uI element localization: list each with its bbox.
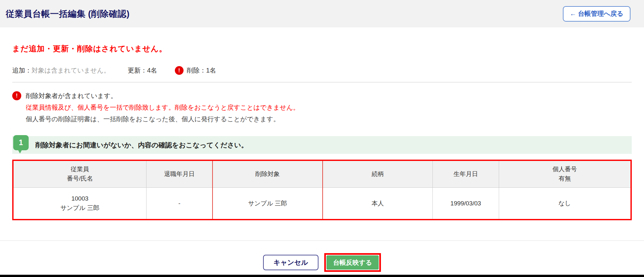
step-instruction: 削除対象者にお間違いがないか、内容の確認をおこなってください。 (35, 141, 248, 150)
employee-number: 10003 (15, 194, 145, 203)
step-number-badge: 1 (13, 135, 29, 150)
step-section: 1 削除対象者にお間違いがないか、内容の確認をおこなってください。 (12, 136, 632, 154)
alert-icon: ! (12, 91, 21, 100)
summary-update: 更新：4名 (128, 66, 157, 75)
cell-my-number: なし (499, 187, 631, 220)
status-notice: まだ追加・更新・削除はされていません。 (12, 44, 632, 54)
column-header-delete-target: 削除対象 (213, 160, 323, 187)
main-content: まだ追加・更新・削除はされていません。 追加： 対象は含まれていません。 更新：… (0, 27, 644, 220)
cancel-button[interactable]: キャンセル (263, 255, 318, 270)
summary-add-label: 追加： (12, 66, 32, 75)
page-header: 従業員台帳一括編集 (削除確認) ← 台帳管理へ戻る (0, 0, 644, 27)
warning-header: ! 削除対象者が含まれています。 (12, 91, 632, 101)
warning-title: 削除対象者が含まれています。 (26, 91, 117, 101)
warning-message-note: 個人番号の削除証明書は、一括削除をおこなった後、個人に発行することができます。 (26, 114, 632, 124)
table-row: 10003 サンプル 三郎 - サンプル 三郎 本人 1999/03/03 なし (13, 187, 631, 220)
column-header-employee-line2: 番号/氏名 (15, 174, 145, 183)
column-header-my-number: 個人番号 有無 (499, 160, 631, 187)
cell-employee: 10003 サンプル 三郎 (13, 187, 147, 220)
bottom-bar (0, 275, 644, 277)
cell-relationship: 本人 (323, 187, 433, 220)
employee-name: サンプル 三郎 (15, 203, 145, 213)
table-header-row: 従業員 番号/氏名 退職年月日 削除対象 続柄 生年月日 個人番号 有無 (13, 160, 631, 187)
cell-birth-date: 1999/03/03 (433, 187, 499, 220)
cell-retirement-date: - (147, 187, 213, 220)
apply-button-highlight: 台帳反映する (324, 253, 381, 272)
column-header-relationship: 続柄 (323, 160, 433, 187)
column-header-employee: 従業員 番号/氏名 (13, 160, 147, 187)
summary-add-value: 対象は含まれていません。 (32, 66, 110, 75)
column-header-birth-date-line1: 生年月日 (434, 170, 497, 179)
delete-confirm-table: 従業員 番号/氏名 退職年月日 削除対象 続柄 生年月日 個人番号 有無 (12, 160, 632, 220)
cell-delete-target: サンプル 三郎 (213, 187, 323, 220)
summary-update-label: 更新：4名 (128, 66, 157, 75)
warning-message-red: 従業員情報及び、個人番号を一括で削除致します。削除をおこなうと戻すことはできませ… (26, 103, 632, 112)
column-header-my-number-line1: 個人番号 (500, 165, 629, 174)
section-divider (12, 82, 632, 83)
action-bar: キャンセル 台帳反映する (0, 253, 644, 272)
summary-delete: ! 削除：1名 (175, 66, 216, 75)
column-header-my-number-line2: 有無 (500, 174, 629, 183)
column-header-employee-line1: 従業員 (15, 165, 145, 174)
column-header-birth-date: 生年月日 (433, 160, 499, 187)
warning-section: ! 削除対象者が含まれています。 従業員情報及び、個人番号を一括で削除致します。… (12, 91, 632, 124)
alert-count-icon: ! (175, 66, 184, 75)
column-header-relationship-line1: 続柄 (324, 170, 431, 179)
column-header-delete-target-line1: 削除対象 (214, 170, 321, 179)
column-header-retirement-date: 退職年月日 (147, 160, 213, 187)
page-title: 従業員台帳一括編集 (削除確認) (6, 8, 129, 20)
apply-button[interactable]: 台帳反映する (327, 255, 379, 270)
back-to-ledger-button[interactable]: ← 台帳管理へ戻る (563, 6, 631, 22)
summary-delete-label: 削除：1名 (187, 66, 216, 75)
column-header-retirement-date-line1: 退職年月日 (148, 170, 211, 179)
footer-divider (0, 240, 644, 241)
summary-add: 追加： 対象は含まれていません。 (12, 66, 110, 75)
summary-row: 追加： 対象は含まれていません。 更新：4名 ! 削除：1名 (12, 66, 632, 75)
